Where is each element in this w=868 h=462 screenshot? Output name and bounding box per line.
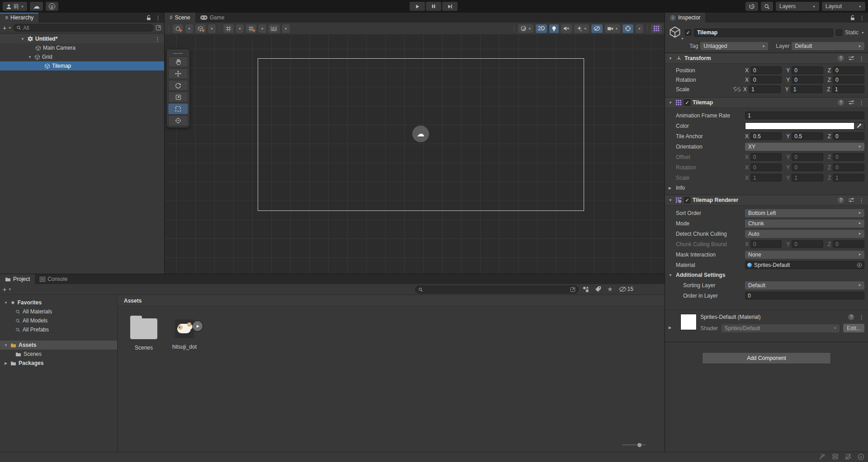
undo-history-button[interactable] — [745, 2, 758, 11]
asset-play-badge[interactable] — [193, 321, 203, 331]
tree-all-materials[interactable]: All Materials — [0, 307, 117, 316]
tab-inspector[interactable]: i Inspector — [665, 13, 705, 23]
tag-dropdown[interactable]: Untagged▼ — [700, 42, 768, 50]
sprite-brush-button[interactable] — [173, 24, 183, 33]
hidden-objects-button[interactable] — [591, 24, 603, 33]
presets-icon[interactable] — [848, 56, 854, 61]
status-check-icon[interactable] — [858, 453, 864, 460]
account-button[interactable]: 前 ▼ — [3, 2, 27, 11]
draw-mode-button[interactable]: ▼ — [518, 24, 533, 33]
lock-icon[interactable] — [146, 15, 151, 21]
shader-edit-button[interactable]: Edit... — [843, 324, 864, 332]
detect-chunk-culling-dropdown[interactable]: Auto▼ — [745, 230, 864, 238]
toggle-lighting-button[interactable] — [549, 24, 559, 33]
hidden-items-counter[interactable]: 15 — [619, 286, 633, 292]
filter-by-label-icon[interactable] — [595, 286, 601, 292]
tree-assets[interactable]: ▼ Assets — [0, 341, 117, 350]
transform-header[interactable]: ▼ Transform ? ⋮ — [665, 53, 868, 64]
tile-palette-button[interactable] — [651, 24, 662, 33]
step-button[interactable] — [442, 2, 458, 11]
component-menu-icon[interactable]: ⋮ — [859, 56, 864, 61]
grid-paint-button[interactable] — [246, 24, 256, 33]
lock-icon[interactable] — [850, 15, 855, 21]
tab-hierarchy[interactable]: ≡ Hierarchy — [0, 13, 38, 23]
palette-drag-handle[interactable]: —— — [168, 50, 188, 56]
asset-item-scenes[interactable]: Scenes — [127, 316, 161, 351]
add-component-button[interactable]: Add Component — [702, 352, 831, 364]
grid-xy-dropdown[interactable]: ▼ — [236, 24, 244, 33]
help-icon[interactable]: ? — [838, 197, 844, 203]
tilemap-component-header[interactable]: ▼ ✓ Tilemap ? ⋮ — [665, 97, 868, 108]
additional-settings-foldout[interactable]: ▼Additional Settings — [665, 270, 868, 280]
create-dropdown-icon[interactable]: ▼ — [8, 288, 11, 291]
auto-refresh-muted-icon[interactable] — [819, 453, 826, 460]
hierarchy-search-input[interactable] — [23, 25, 151, 31]
foldout-icon[interactable]: ▼ — [27, 55, 33, 59]
help-icon[interactable]: ? — [848, 314, 854, 320]
component-enabled-checkbox[interactable]: ✓ — [684, 99, 690, 106]
sprite-brush-dropdown[interactable]: ▼ — [185, 24, 193, 33]
icon-picker-caret[interactable]: ▼ — [681, 37, 684, 40]
color-field[interactable] — [745, 122, 864, 130]
tree-all-models[interactable]: All Models — [0, 316, 117, 325]
rotation-x-field[interactable] — [750, 76, 782, 84]
grid-xy-button[interactable] — [223, 24, 234, 33]
scene-row-untitled[interactable]: ▼ Untitled* ⋮ — [0, 34, 164, 43]
info-foldout[interactable]: ▶Info — [665, 183, 868, 193]
static-dropdown-icon[interactable]: ▼ — [861, 31, 864, 34]
rotate-tool-button[interactable] — [168, 80, 188, 91]
scene-camera-button[interactable]: ▼ — [605, 24, 620, 33]
rect-tool-button[interactable] — [168, 103, 188, 114]
help-icon[interactable]: ? — [838, 99, 844, 106]
rotation-z-field[interactable] — [833, 76, 864, 84]
material-object-field[interactable]: Sprites-Default — [745, 261, 864, 269]
thumbnail-size-slider[interactable] — [622, 443, 646, 447]
orientation-dropdown[interactable]: XY▼ — [745, 143, 864, 151]
effects-button[interactable]: ▼ — [574, 24, 589, 33]
presets-icon[interactable] — [848, 100, 854, 105]
open-new-window-icon[interactable] — [570, 287, 576, 292]
pause-button[interactable] — [426, 2, 441, 11]
active-checkbox[interactable]: ✓ — [685, 29, 691, 36]
grid-paint-dropdown[interactable]: ▼ — [259, 24, 266, 33]
component-menu-icon[interactable]: ⋮ — [859, 197, 864, 203]
material-menu-icon[interactable]: ⋮ — [859, 314, 864, 320]
view-tool-button[interactable] — [168, 56, 188, 67]
help-icon[interactable]: ? — [838, 55, 844, 61]
toggle-audio-button[interactable] — [561, 24, 572, 33]
add-gameobject-button[interactable]: + — [3, 24, 6, 32]
component-enabled-checkbox[interactable]: ✓ — [684, 197, 690, 203]
play-button[interactable] — [410, 2, 425, 11]
foldout-icon[interactable]: ▼ — [669, 101, 673, 105]
gameobject-icon[interactable]: ▼ — [669, 26, 682, 39]
tree-packages[interactable]: ▶ Packages — [0, 359, 117, 368]
cache-server-icon[interactable] — [832, 454, 839, 460]
link-broken-icon[interactable] — [734, 86, 741, 92]
scale-x-field[interactable] — [749, 85, 781, 93]
object-picker-icon[interactable] — [857, 262, 862, 268]
transform-tool-button[interactable] — [168, 115, 188, 126]
scale-z-field[interactable] — [832, 85, 864, 93]
tilemap-renderer-header[interactable]: ▼ ✓ Tilemap Renderer ? ⋮ — [665, 195, 868, 205]
rotation-y-field[interactable] — [792, 76, 823, 84]
tab-console[interactable]: Console — [35, 274, 72, 284]
asset-item-hitsuji-dot[interactable]: hitsuji_dot — [167, 316, 202, 351]
hierarchy-item-main-camera[interactable]: Main Camera — [0, 43, 164, 52]
order-in-layer-field[interactable] — [745, 292, 864, 299]
tile-anchor-x-field[interactable] — [750, 132, 782, 140]
hierarchy-menu-icon[interactable]: ⋮ — [155, 15, 161, 21]
cloud-services-button[interactable]: ☁ — [30, 2, 43, 11]
toggle-2d-button[interactable]: 2D — [536, 24, 547, 33]
mode-dropdown[interactable]: Chunk▼ — [745, 219, 864, 228]
sorting-layer-dropdown[interactable]: Default▼ — [745, 281, 864, 289]
tree-all-prefabs[interactable]: All Prefabs — [0, 325, 117, 334]
position-z-field[interactable] — [833, 66, 864, 74]
layers-dropdown[interactable]: Layers▼ — [776, 2, 819, 11]
filter-by-type-icon[interactable] — [582, 286, 589, 293]
notifications-muted-icon[interactable] — [845, 453, 851, 460]
color-swatch[interactable] — [745, 123, 854, 129]
hierarchy-item-grid[interactable]: ▼ Grid — [0, 52, 164, 61]
mask-interaction-dropdown[interactable]: None▼ — [745, 251, 864, 259]
tab-game[interactable]: Game — [195, 13, 230, 23]
focus-cube-button[interactable] — [195, 24, 206, 33]
